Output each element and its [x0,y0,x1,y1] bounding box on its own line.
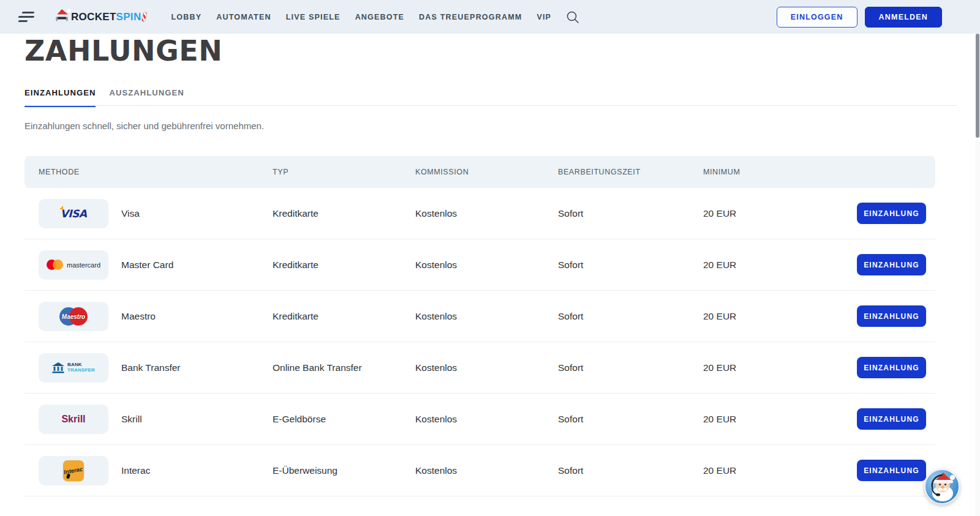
table-row: mastercard Master Card Kreditkarte Koste… [24,239,935,291]
commission-cell: Kostenlos [415,311,558,322]
processing-time-cell: Sofort [558,208,703,219]
nav-item-lobby[interactable]: LOBBY [171,13,202,21]
brand-wordmark: ROCKETSPIN [71,11,146,23]
page-title: ZAHLUNGEN [24,34,222,67]
method-name: Maestro [121,311,156,322]
type-cell: Online Bank Transfer [273,362,415,373]
scrollbar-track[interactable] [975,0,980,516]
signup-button[interactable]: ANMELDEN [865,7,942,28]
type-cell: Kreditkarte [273,311,415,322]
method-name: Interac [121,465,150,476]
method-cell: Maestro Maestro [24,302,273,331]
tab-auszahlungen[interactable]: AUSZAHLUNGEN [109,88,184,107]
minimum-cell: 20 EUR [703,362,856,373]
column-methode: METHODE [24,168,273,176]
column-kommission: KOMMISSION [415,168,558,176]
live-chat-widget[interactable] [924,469,960,504]
table-body: VISA Visa Kreditkarte Kostenlos Sofort 2… [24,188,935,496]
deposit-button[interactable]: EINZAHLUNG [857,254,926,275]
column-typ: TYP [273,168,415,176]
method-name: Visa [121,208,140,219]
table-row: VISA Visa Kreditkarte Kostenlos Sofort 2… [24,188,935,239]
nav-item-vip[interactable]: VIP [537,13,551,21]
processing-time-cell: Sofort [558,465,703,476]
tab-einzahlungen[interactable]: EINZAHLUNGEN [24,88,96,107]
commission-cell: Kostenlos [415,362,558,373]
commission-cell: Kostenlos [415,414,558,425]
maestro-logo: Maestro [39,302,108,331]
minimum-cell: 20 EUR [703,311,856,322]
visa-logo: VISA [39,199,108,228]
processing-time-cell: Sofort [558,362,703,373]
processing-time-cell: Sofort [558,414,703,425]
processing-time-cell: Sofort [558,311,703,322]
tabs-divider [24,105,957,106]
method-cell: Skrill Skrill [24,405,273,434]
main-nav: LOBBYAUTOMATENLIVE SPIELEANGEBOTEDAS TRE… [171,13,551,21]
table-row: Maestro Maestro Kreditkarte Kostenlos So… [24,291,935,342]
type-cell: E-Überweisung [273,465,415,476]
type-cell: E-Geldbörse [273,414,415,425]
auth-buttons: EINLOGGEN ANMELDEN [777,7,942,28]
scrollbar-thumb[interactable] [976,34,979,138]
table-row: BANKTRANSFER Bank Transfer Online Bank T… [24,342,935,394]
commission-cell: Kostenlos [415,465,558,476]
method-cell: Interac Interac [24,456,273,485]
banktransfer-logo: BANKTRANSFER [39,353,108,383]
method-cell: mastercard Master Card [24,250,273,280]
rocketspin-logo[interactable]: ROCKETSPIN [53,8,146,26]
page-subtitle: Einzahlungen schnell, sicher und gebühre… [24,121,264,131]
nav-item-angebote[interactable]: ANGEBOTE [355,13,404,21]
search-icon[interactable] [566,10,579,24]
action-cell: EINZAHLUNG [857,460,935,481]
login-button[interactable]: EINLOGGEN [777,7,858,28]
table-header-row: METHODE TYP KOMMISSION BEARBEITUNGSZEIT … [24,156,935,188]
commission-cell: Kostenlos [415,208,558,219]
candy-cane-icon [141,11,148,22]
deposit-button[interactable]: EINZAHLUNG [857,357,926,378]
method-name: Skrill [121,414,142,425]
type-cell: Kreditkarte [273,208,415,219]
deposit-button[interactable]: EINZAHLUNG [857,305,926,327]
nav-item-automaten[interactable]: AUTOMATEN [216,13,271,21]
method-name: Bank Transfer [121,362,181,373]
skrill-logo: Skrill [39,405,108,434]
action-cell: EINZAHLUNG [857,203,935,224]
hamburger-menu-icon[interactable] [18,9,36,25]
minimum-cell: 20 EUR [703,465,856,476]
top-navigation-bar: ROCKETSPIN LOBBYAUTOMATENLIVE SPIELEANGE… [0,0,980,34]
method-name: Master Card [121,260,173,271]
method-cell: BANKTRANSFER Bank Transfer [24,353,273,383]
action-cell: EINZAHLUNG [857,408,935,430]
method-cell: VISA Visa [24,199,273,228]
deposit-button[interactable]: EINZAHLUNG [857,408,926,430]
action-cell: EINZAHLUNG [857,254,935,275]
interac-logo: Interac [39,456,108,485]
type-cell: Kreditkarte [273,260,415,271]
action-cell: EINZAHLUNG [857,357,935,378]
payments-tabs: EINZAHLUNGEN AUSZAHLUNGEN [24,88,184,107]
nav-item-das-treueprogramm[interactable]: DAS TREUEPROGRAMM [419,13,522,21]
santa-mascot-icon [53,8,71,26]
table-row: Interac Interac E-Überweisung Kostenlos … [24,445,935,496]
action-cell: EINZAHLUNG [857,305,935,327]
column-minimum: MINIMUM [703,168,856,176]
minimum-cell: 20 EUR [703,208,856,219]
column-bearbeitungszeit: BEARBEITUNGSZEIT [558,168,703,176]
minimum-cell: 20 EUR [703,414,856,425]
deposit-button[interactable]: EINZAHLUNG [857,203,926,224]
table-row: Skrill Skrill E-Geldbörse Kostenlos Sofo… [24,394,935,445]
mastercard-logo: mastercard [39,250,108,280]
commission-cell: Kostenlos [415,260,558,271]
deposit-button[interactable]: EINZAHLUNG [857,460,926,481]
minimum-cell: 20 EUR [703,260,856,271]
nav-item-live-spiele[interactable]: LIVE SPIELE [286,13,341,21]
deposit-methods-table: METHODE TYP KOMMISSION BEARBEITUNGSZEIT … [24,156,935,496]
processing-time-cell: Sofort [558,260,703,271]
